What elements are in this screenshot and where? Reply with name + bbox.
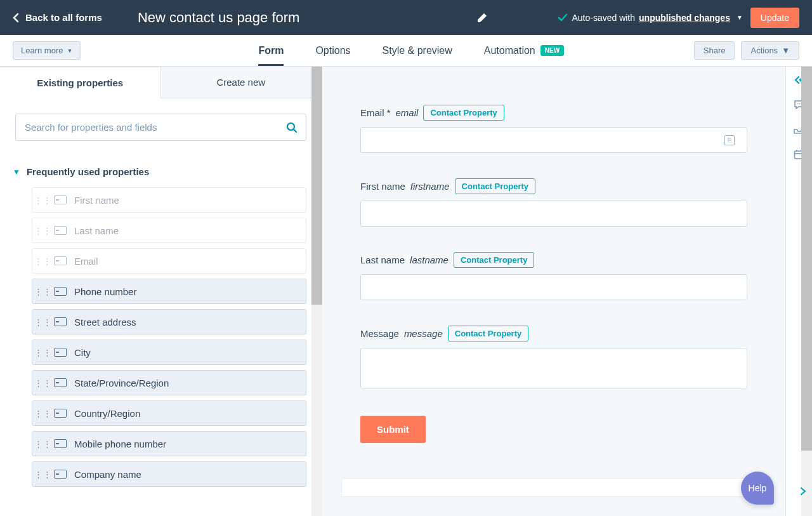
field-label-row: First name firstname Contact Property [360, 178, 747, 194]
chevron-left-icon [13, 13, 19, 23]
drag-handle-icon: ⋮⋮ [37, 412, 49, 415]
svg-point-2 [797, 103, 798, 105]
second-bar: Learn more ▼ Form Options Style & previe… [0, 35, 812, 67]
property-item[interactable]: ⋮⋮ Country/Region [32, 400, 306, 426]
property-item[interactable]: ⋮⋮ Company name [32, 461, 306, 487]
edit-title-button[interactable] [477, 13, 487, 23]
canvas-inner: Email * email Contact Property ⎘ First n… [360, 105, 747, 497]
scrollbar[interactable] [801, 67, 812, 516]
svg-point-3 [799, 103, 800, 105]
new-badge: NEW [540, 45, 564, 56]
topbar-right: Auto-saved with unpublished changes ▼ Up… [558, 8, 799, 28]
properties-panel: Existing properties Create new ▼ Frequen… [0, 67, 322, 502]
back-to-forms-link[interactable]: Back to all forms [13, 12, 102, 23]
share-button[interactable]: Share [694, 41, 735, 60]
drag-handle-icon: ⋮⋮ [37, 351, 49, 354]
drag-handle-icon: ⋮⋮ [37, 473, 49, 476]
property-label: First name [74, 195, 119, 206]
property-item[interactable]: ⋮⋮ First name [32, 187, 306, 213]
tab-existing-properties[interactable]: Existing properties [0, 67, 161, 98]
actions-button[interactable]: Actions ▼ [741, 41, 799, 60]
form-field-block[interactable]: Message message Contact Property [360, 326, 747, 390]
property-list: ⋮⋮ First name ⋮⋮ Last name ⋮⋮ Email ⋮⋮ P… [32, 187, 306, 487]
help-button[interactable]: Help [741, 472, 774, 505]
scrollbar[interactable] [311, 67, 322, 516]
field-input[interactable] [360, 274, 747, 300]
contact-property-badge: Contact Property [455, 178, 535, 194]
left-panel-body: ▼ Frequently used properties ⋮⋮ First na… [0, 98, 322, 502]
tab-options[interactable]: Options [315, 35, 350, 66]
field-api-name: lastname [410, 255, 449, 265]
property-label: Phone number [74, 286, 136, 297]
section-frequently-used[interactable]: ▼ Frequently used properties [13, 166, 306, 177]
form-field-block[interactable]: First name firstname Contact Property [360, 178, 747, 227]
nav-tabs: Form Options Style & preview Automation … [258, 35, 564, 66]
update-button[interactable]: Update [750, 8, 799, 28]
field-api-name: firstname [410, 181, 450, 192]
autosave-status[interactable]: Auto-saved with unpublished changes ▼ [558, 13, 742, 23]
property-item[interactable]: ⋮⋮ Street address [32, 309, 306, 334]
tab-style-preview[interactable]: Style & preview [383, 35, 452, 66]
autosave-prefix: Auto-saved with [572, 13, 635, 23]
property-label: Mobile phone number [74, 439, 166, 449]
tab-automation[interactable]: Automation NEW [484, 35, 564, 66]
field-label-row: Last name lastname Contact Property [360, 252, 747, 268]
back-label: Back to all forms [25, 12, 102, 23]
text-field-icon [54, 226, 67, 235]
field-input[interactable] [360, 127, 747, 153]
form-title: New contact us page form [138, 10, 300, 26]
form-canvas: Email * email Contact Property ⎘ First n… [322, 67, 785, 516]
main-content: Existing properties Create new ▼ Frequen… [0, 67, 812, 516]
caret-down-icon: ▼ [782, 46, 790, 55]
pencil-icon [477, 13, 487, 23]
search-wrapper [15, 114, 306, 141]
drag-handle-icon: ⋮⋮ [37, 199, 49, 202]
check-icon [558, 13, 568, 23]
form-field-block[interactable]: Email * email Contact Property ⎘ [360, 105, 747, 153]
text-field-icon [54, 287, 67, 296]
autosave-highlight: unpublished changes [639, 13, 730, 23]
expand-panel-button[interactable] [799, 486, 807, 497]
property-item[interactable]: ⋮⋮ Last name [32, 218, 306, 243]
property-label: State/Province/Region [74, 378, 169, 388]
canvas-footer-panel [341, 478, 766, 497]
property-label: Email [74, 256, 98, 267]
text-field-icon [54, 256, 67, 265]
top-bar: Back to all forms New contact us page fo… [0, 0, 812, 35]
property-label: Company name [74, 469, 141, 480]
left-panel-tabs: Existing properties Create new [0, 67, 322, 98]
search-icon [286, 122, 298, 133]
drag-handle-icon: ⋮⋮ [37, 442, 49, 446]
contact-property-badge: Contact Property [454, 252, 534, 268]
field-label-row: Message message Contact Property [360, 326, 747, 341]
property-item[interactable]: ⋮⋮ Phone number [32, 279, 306, 304]
field-label: Message [360, 328, 399, 339]
property-item[interactable]: ⋮⋮ State/Province/Region [32, 370, 306, 395]
submit-button[interactable]: Submit [360, 416, 426, 443]
field-textarea[interactable] [360, 348, 747, 388]
caret-down-icon: ▼ [67, 48, 72, 54]
drag-handle-icon: ⋮⋮ [37, 229, 49, 232]
contact-property-badge: Contact Property [448, 326, 528, 341]
right-actions: Share Actions ▼ [694, 41, 799, 60]
tab-create-new[interactable]: Create new [161, 67, 322, 98]
contact-property-badge: Contact Property [423, 105, 504, 121]
drag-handle-icon: ⋮⋮ [37, 381, 49, 385]
text-field-icon [54, 470, 67, 479]
field-input[interactable] [360, 201, 747, 227]
search-input[interactable] [15, 114, 306, 141]
svg-line-1 [294, 129, 296, 132]
property-item[interactable]: ⋮⋮ City [32, 340, 306, 365]
field-label: First name [360, 181, 405, 192]
form-field-block[interactable]: Last name lastname Contact Property [360, 252, 747, 300]
tab-form[interactable]: Form [258, 35, 284, 66]
drag-handle-icon: ⋮⋮ [37, 290, 49, 293]
caret-down-icon: ▼ [737, 14, 743, 21]
drag-handle-icon: ⋮⋮ [37, 260, 49, 263]
drag-handle-icon: ⋮⋮ [37, 321, 49, 324]
property-item[interactable]: ⋮⋮ Email [32, 248, 306, 274]
learn-more-button[interactable]: Learn more ▼ [13, 41, 81, 60]
property-label: City [74, 347, 91, 358]
property-item[interactable]: ⋮⋮ Mobile phone number [32, 431, 306, 456]
property-label: Last name [74, 225, 119, 236]
